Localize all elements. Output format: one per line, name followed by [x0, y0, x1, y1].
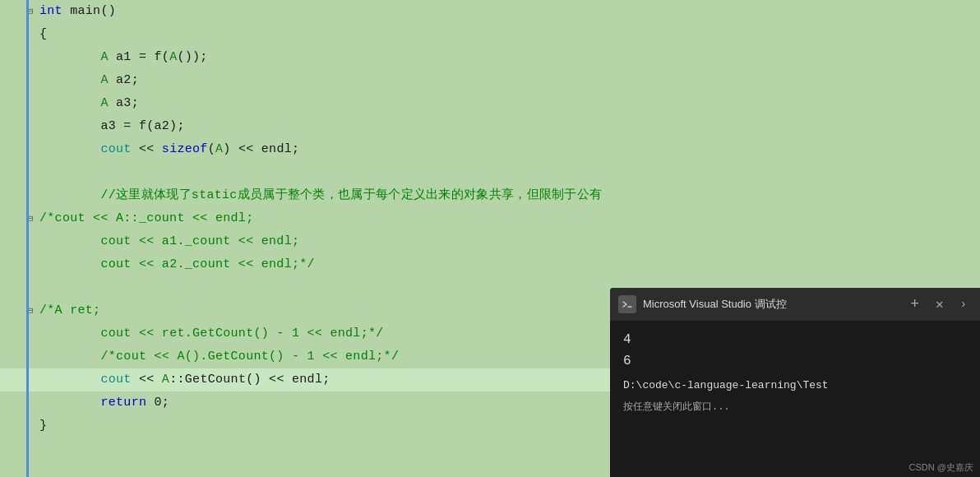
line-content-9: //这里就体现了static成员属于整个类，也属于每个定义出来的对象共享，但限制…	[36, 184, 602, 207]
left-border-indicator	[26, 0, 29, 477]
code-line-6: a3 = f(a2);	[0, 115, 980, 138]
terminal-plus-button[interactable]: +	[905, 294, 924, 314]
terminal-close-button[interactable]: ✕	[931, 294, 949, 314]
line-content-15: cout << ret.GetCount() - 1 << endl;*/	[36, 322, 384, 345]
csdn-watermark: CSDN @史嘉庆	[909, 461, 973, 474]
line-content-8	[36, 161, 47, 184]
terminal-titlebar: Microsoft Visual Studio 调试控 + ✕ ›	[610, 288, 980, 321]
line-content-6: a3 = f(a2);	[36, 115, 185, 138]
code-line-7: cout << sizeof(A) << endl;	[0, 138, 980, 161]
line-content-5: A a3;	[36, 92, 139, 115]
code-line-12: cout << a2._count << endl;*/	[0, 253, 980, 276]
terminal-body: 4 6 D:\code\c-language-learning\Test 按任意…	[610, 321, 980, 477]
line-content-13	[36, 276, 47, 299]
terminal-path: D:\code\c-language-learning\Test	[623, 375, 967, 396]
line-content-18: return 0;	[36, 391, 169, 414]
code-line-1: ⊟ int main()	[0, 0, 980, 23]
line-content-16: /*cout << A().GetCount() - 1 << endl;*/	[36, 345, 399, 368]
code-line-2: {	[0, 23, 980, 46]
terminal-title: Microsoft Visual Studio 调试控	[643, 297, 899, 312]
line-content-12: cout << a2._count << endl;*/	[36, 253, 315, 276]
line-content-11: cout << a1._count << endl;	[36, 230, 299, 253]
terminal-output-1: 4	[623, 329, 967, 350]
code-line-3: A a1 = f(A());	[0, 46, 980, 69]
line-content-3: A a1 = f(A());	[36, 46, 208, 69]
code-line-9: //这里就体现了static成员属于整个类，也属于每个定义出来的对象共享，但限制…	[0, 184, 980, 207]
line-content-7: cout << sizeof(A) << endl;	[36, 138, 299, 161]
line-content-14: /*A ret;	[36, 299, 100, 322]
code-editor: ⊟ int main() { A a1 = f(A()); A a2;	[0, 0, 980, 477]
terminal-overlay: Microsoft Visual Studio 调试控 + ✕ › 4 6 D:…	[610, 288, 980, 477]
line-content-1: int main()	[36, 0, 116, 23]
code-line-8	[0, 161, 980, 184]
terminal-hint: 按任意键关闭此窗口...	[623, 396, 967, 418]
line-content-17: cout << A::GetCount() << endl;	[36, 368, 331, 391]
line-content-2: {	[36, 23, 47, 46]
line-content-19: }	[36, 414, 47, 438]
terminal-chevron-button[interactable]: ›	[955, 296, 972, 313]
line-content-4: A a2;	[36, 69, 139, 92]
code-line-4: A a2;	[0, 69, 980, 92]
terminal-output-2: 6	[623, 350, 967, 372]
terminal-app-icon	[618, 295, 636, 313]
code-line-10: ⊟ /*cout << A::_count << endl;	[0, 207, 980, 230]
code-line-11: cout << a1._count << endl;	[0, 230, 980, 253]
svg-rect-0	[622, 299, 633, 310]
line-content-10: /*cout << A::_count << endl;	[36, 207, 253, 230]
code-line-5: A a3;	[0, 92, 980, 115]
